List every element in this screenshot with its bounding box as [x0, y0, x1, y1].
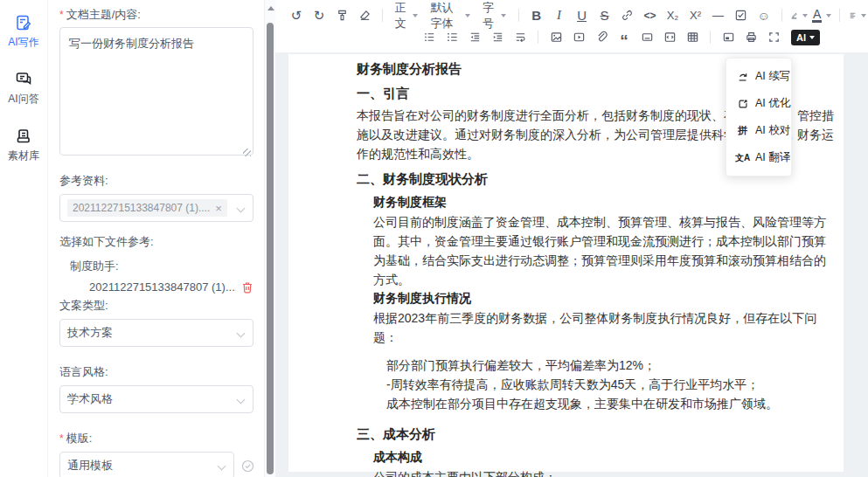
selected-file-row: 2021122715133847807 (1).... [59, 280, 253, 294]
redo-button[interactable]: ↻ [309, 5, 330, 25]
divider-block-icon[interactable] [636, 27, 657, 47]
insert-image-icon[interactable] [545, 27, 566, 47]
emoji-icon[interactable]: ☺ [753, 5, 774, 25]
ai-menu-button[interactable]: AI [791, 30, 820, 45]
caret-down-icon [465, 14, 470, 17]
code-block-icon[interactable] [659, 27, 680, 47]
format-painter-icon[interactable] [331, 5, 352, 25]
undo-button[interactable]: ↺ [286, 5, 307, 25]
topic-label: *文档主题/内容: [59, 7, 253, 23]
ordered-list-icon[interactable] [441, 27, 462, 47]
superscript-button[interactable]: X² [685, 5, 706, 25]
ai-continue-icon [736, 71, 749, 83]
style-select[interactable]: 学术风格 [59, 385, 253, 413]
doc-paragraph: 公司的成本主要由以下部分构成： [357, 467, 837, 477]
blockquote-icon[interactable]: “ [614, 27, 635, 47]
scrollbar-thumb[interactable] [267, 23, 274, 474]
insert-video-icon[interactable] [568, 27, 589, 47]
chat-icon [15, 71, 32, 88]
doc-subheading: 成本构成 [357, 450, 837, 466]
doc-subheading: 财务制度框架 [357, 195, 837, 211]
caret-down-icon [809, 36, 815, 39]
align-dropdown[interactable] [847, 5, 868, 25]
reference-file-chip: 2021122715133847807 (1).... × [67, 199, 227, 217]
chevron-down-icon [237, 204, 246, 213]
subscript-button[interactable]: X₂ [663, 5, 684, 25]
ai-menu-item-translate[interactable]: 文A AI 翻译 [726, 144, 791, 171]
reference-label: 参考资料: [59, 173, 253, 189]
nav-item-material-library[interactable]: 素材库 [0, 128, 47, 163]
underline-button[interactable]: U [572, 5, 593, 25]
highlight-color-dropdown[interactable] [788, 5, 809, 25]
doc-subheading: 财务制度执行情况 [357, 291, 837, 307]
chevron-down-icon [218, 462, 226, 471]
doc-type-label: 文案类型: [59, 298, 253, 314]
ai-writing-icon [15, 14, 32, 31]
textarea-resize-handle[interactable] [243, 149, 251, 156]
embed-frame-icon[interactable] [718, 27, 739, 47]
style-label: 语言风格: [59, 364, 253, 380]
file-select-label: 选择如下文件参考: [59, 234, 253, 250]
doc-heading: 三、成本分析 [357, 426, 837, 443]
inline-code-button[interactable]: <> [640, 5, 661, 25]
template-label: *模版: [59, 431, 253, 446]
fullscreen-icon[interactable] [763, 27, 784, 47]
left-nav: AI写作 AI问答 素材库 [0, 0, 48, 477]
toolbar-separator [781, 9, 782, 22]
font-size-dropdown[interactable]: 字号 [477, 5, 511, 25]
horizontal-rule-button[interactable]: — [708, 5, 729, 25]
nav-item-label: AI问答 [8, 92, 38, 107]
scroll-up-arrow-icon[interactable] [267, 6, 274, 10]
toolbar-separator [518, 9, 519, 22]
form-panel: *文档主题/内容: 写一份财务制度分析报告 参考资料: 202112271513… [49, 0, 264, 477]
app-root: AI写作 AI问答 素材库 [0, 0, 868, 477]
print-icon[interactable] [740, 27, 761, 47]
toolbar-separator [839, 9, 840, 22]
nav-item-ai-writing[interactable]: AI写作 [0, 14, 47, 50]
indent-icon[interactable] [487, 27, 508, 47]
ai-menu-item-proofread[interactable]: 拼 AI 校对 [726, 117, 791, 144]
bullet-list-icon[interactable] [419, 27, 440, 47]
topic-textarea[interactable]: 写一份财务制度分析报告 [59, 27, 253, 156]
selected-file-name: 2021122715133847807 (1).... [89, 280, 236, 294]
chevron-down-icon [237, 396, 246, 404]
font-family-dropdown[interactable]: 默认字体 [425, 5, 476, 25]
doc-paragraph: 公司目前的制度涵盖了资金管理、成本控制、预算管理、核算与报告、风险管理等方面。其… [357, 212, 837, 289]
insert-table-icon[interactable] [682, 27, 703, 47]
ai-menu-item-optimize[interactable]: AI 优化 [726, 90, 791, 117]
toolbar-separator [382, 9, 383, 22]
bold-button[interactable]: B [526, 5, 547, 25]
caret-down-icon [413, 14, 418, 17]
caret-down-icon [802, 14, 808, 17]
line-break-icon[interactable] [510, 27, 531, 47]
caret-down-icon [826, 14, 831, 17]
chevron-down-icon [237, 329, 246, 338]
doc-type-select[interactable]: 技术方案 [59, 319, 253, 347]
required-asterisk: * [59, 432, 64, 445]
doc-list-line: 部分部门预算执行偏差较大，平均偏差率为12%； [357, 356, 837, 375]
delete-file-icon[interactable] [241, 281, 253, 294]
link-icon[interactable] [617, 5, 638, 25]
italic-button[interactable]: I [549, 5, 570, 25]
eraser-icon[interactable] [354, 5, 375, 25]
nav-item-ai-qa[interactable]: AI问答 [0, 71, 47, 107]
doc-list-line: 成本控制在部分项目中存在超支现象，主要集中在研发和市场推广领域。 [357, 394, 837, 413]
toolbar-row-2: “ [408, 26, 868, 48]
attachment-icon[interactable] [591, 27, 612, 47]
chip-remove-icon[interactable]: × [215, 203, 222, 214]
task-checkbox-icon[interactable] [731, 5, 752, 25]
toolbar-separator [710, 31, 711, 44]
ai-menu-item-continue[interactable]: AI 续写 [726, 63, 791, 90]
strikethrough-button[interactable]: S [594, 5, 615, 25]
font-color-dropdown[interactable]: A [811, 5, 832, 25]
ai-proofread-icon: 拼 [736, 124, 749, 137]
template-select[interactable]: 通用模板 [59, 452, 234, 477]
nav-item-label: 素材库 [8, 149, 39, 163]
reference-select[interactable]: 2021122715133847807 (1).... × [59, 194, 253, 222]
caret-down-icon [861, 14, 866, 17]
doc-paragraph: 根据2023年前三季度的财务数据，公司整体财务制度执行情况良好，但存在以下问题： [357, 308, 837, 347]
paragraph-style-dropdown[interactable]: 正文 [390, 5, 424, 25]
outdent-icon[interactable] [464, 27, 485, 47]
ai-optimize-icon [736, 98, 749, 110]
panel-scrollbar[interactable] [264, 0, 275, 477]
